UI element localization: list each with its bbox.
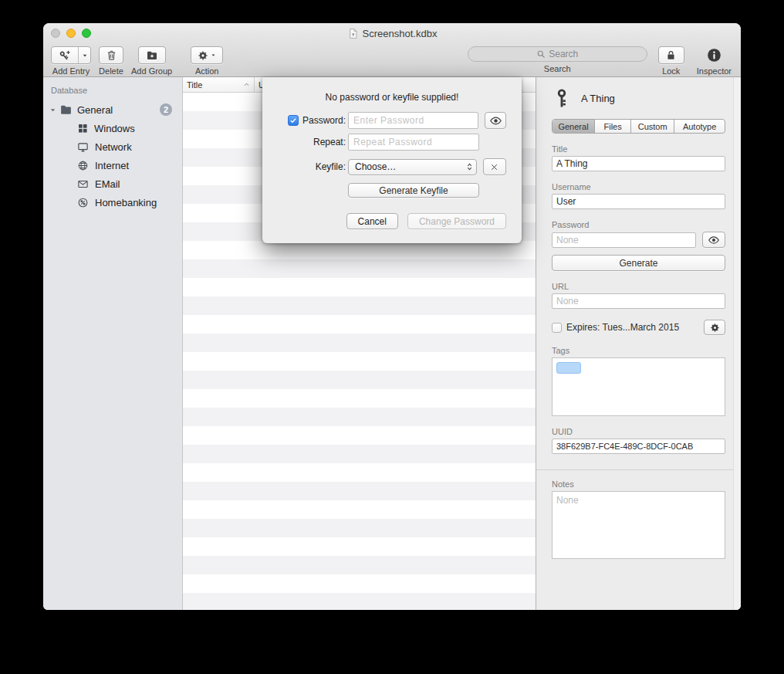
tag-chip[interactable] <box>556 362 581 374</box>
globe-icon <box>77 160 89 171</box>
notes-field[interactable] <box>552 491 725 559</box>
lock-button[interactable] <box>658 46 684 64</box>
tags-field[interactable] <box>552 357 725 416</box>
sidebar-group-label: General <box>77 104 113 116</box>
sidebar-group-general[interactable]: General 2 <box>43 100 182 119</box>
sheet-message: No password or keyfile supplied! <box>262 92 522 103</box>
expires-checkbox[interactable] <box>552 323 562 333</box>
sidebar-item-label: Homebanking <box>95 197 157 208</box>
clear-keyfile-button[interactable] <box>483 158 506 175</box>
document-proxy-icon <box>347 28 359 39</box>
url-field[interactable] <box>552 293 725 309</box>
sheet-form: Password: Repeat: Keyfile: Choose… <box>262 112 522 198</box>
tab-autotype[interactable]: Autotype <box>674 120 725 133</box>
inspector-header: A Thing <box>536 77 741 114</box>
info-icon <box>706 47 722 63</box>
window-chrome: Screenshot.kdbx Add Entry D <box>43 23 741 77</box>
expires-settings-button[interactable] <box>704 320 725 335</box>
title-bar: Screenshot.kdbx <box>43 23 741 43</box>
column-header-title[interactable]: Title <box>183 77 255 92</box>
toolbar-item-search: Search Search <box>468 46 647 73</box>
sidebar: Database General 2 Windows Network Inter… <box>43 77 183 610</box>
toolbar-item-action: Action <box>191 46 223 76</box>
trash-icon <box>106 49 117 61</box>
inspector-divider <box>536 469 741 470</box>
sidebar-item-label: Internet <box>95 160 129 171</box>
inspector-toggle-button[interactable] <box>705 46 723 64</box>
generate-password-button[interactable]: Generate <box>552 255 725 271</box>
sidebar-item-windows[interactable]: Windows <box>43 119 182 137</box>
toolbar-item-lock: Lock <box>658 46 684 76</box>
enter-password-field[interactable] <box>348 112 478 129</box>
sidebar-item-email[interactable]: EMail <box>43 174 182 193</box>
sidebar-item-internet[interactable]: Internet <box>43 156 182 174</box>
folder-icon <box>59 103 73 117</box>
sheet-actions: Cancel Change Password <box>262 213 506 229</box>
sidebar-item-homebanking[interactable]: Homebanking <box>43 193 182 212</box>
toolbar-item-inspector: Inspector <box>697 46 732 76</box>
folder-plus-icon <box>146 49 158 62</box>
cancel-button[interactable]: Cancel <box>346 213 398 229</box>
search-placeholder: Search <box>549 49 578 59</box>
x-icon <box>489 162 499 172</box>
chevron-down-icon <box>211 52 216 58</box>
eye-icon <box>489 114 502 127</box>
search-label: Search <box>544 64 571 73</box>
delete-label: Delete <box>99 66 123 76</box>
tab-general[interactable]: General <box>553 120 594 133</box>
keyfile-label: Keyfile: <box>262 161 346 172</box>
add-entry-button[interactable] <box>51 46 91 64</box>
reveal-password-button[interactable] <box>702 232 725 248</box>
password-checkbox[interactable] <box>288 115 299 126</box>
delete-button[interactable] <box>99 46 123 64</box>
toolbar-item-delete: Delete <box>99 46 123 76</box>
password-sheet: No password or keyfile supplied! Passwor… <box>262 77 522 243</box>
username-field[interactable] <box>552 194 725 209</box>
add-entry-dropdown-segment[interactable] <box>78 47 90 63</box>
inspector-scrollbar[interactable] <box>733 77 741 610</box>
title-field-label: Title <box>552 144 725 154</box>
toolbar: Add Entry Delete Add Group Action <box>43 43 741 77</box>
tags-label: Tags <box>552 346 725 355</box>
lock-icon <box>665 49 677 61</box>
search-input[interactable]: Search <box>468 46 647 62</box>
entry-count-badge: 2 <box>160 103 172 116</box>
eye-icon <box>708 234 720 246</box>
app-window: Screenshot.kdbx Add Entry D <box>43 23 741 610</box>
add-group-button[interactable] <box>138 46 166 64</box>
notes-label: Notes <box>552 479 725 489</box>
sidebar-section-header: Database <box>43 83 182 100</box>
column-title-label: Title <box>187 80 202 90</box>
expires-row: Expires: Tues...March 2015 <box>552 320 725 335</box>
window-title: Screenshot.kdbx <box>363 28 438 39</box>
inspector-panel: A Thing General Files Custom Autotype Ti… <box>536 77 741 610</box>
change-password-button[interactable]: Change Password <box>407 213 506 229</box>
add-entry-main-segment[interactable] <box>52 47 78 63</box>
password-field-label: Password <box>552 220 725 229</box>
uuid-field[interactable] <box>552 439 725 454</box>
keyfile-popup-button[interactable]: Choose… <box>348 159 477 175</box>
repeat-row: Repeat: <box>262 134 506 151</box>
envelope-icon <box>77 178 89 190</box>
search-icon <box>536 49 546 59</box>
reveal-password-button[interactable] <box>485 112 506 129</box>
password-field[interactable] <box>552 232 696 248</box>
disclosure-triangle-icon[interactable] <box>49 107 56 113</box>
generate-keyfile-button[interactable]: Generate Keyfile <box>348 183 479 198</box>
repeat-password-field[interactable] <box>348 134 479 151</box>
gear-icon <box>710 323 720 333</box>
action-button[interactable] <box>191 46 223 64</box>
key-plus-icon <box>59 49 71 62</box>
tab-files[interactable]: Files <box>594 120 630 133</box>
action-label: Action <box>195 66 219 76</box>
sidebar-item-network[interactable]: Network <box>43 137 182 156</box>
repeat-label: Repeat: <box>262 137 346 147</box>
title-field[interactable] <box>552 156 725 171</box>
password-label-group: Password: <box>262 115 346 126</box>
key-icon <box>552 86 572 110</box>
chevron-down-icon <box>82 52 88 59</box>
lock-label: Lock <box>662 66 680 76</box>
inspector-label: Inspector <box>697 66 732 76</box>
tab-custom[interactable]: Custom <box>630 120 674 133</box>
gear-icon <box>198 50 208 61</box>
